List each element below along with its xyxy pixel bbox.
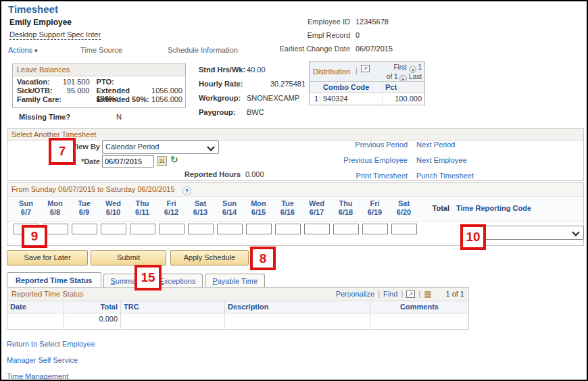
find-link[interactable]: Find [383, 290, 397, 298]
row-number-header [310, 82, 320, 93]
page-title: Timesheet [8, 3, 58, 15]
leave-value: 95.000 [63, 86, 90, 95]
actions-menu[interactable]: Actions▾ [8, 46, 38, 54]
job-title-link[interactable]: Desktop Support Spec Inter [9, 30, 101, 40]
pager-current: 1 [418, 63, 422, 71]
help-icon[interactable]: ? [182, 186, 191, 195]
day-hours-input[interactable] [101, 224, 126, 234]
leave-balance-row: Sick/OTB: 95.000 Extended 100%: 1056.000 [17, 86, 182, 95]
day-hours-input[interactable] [72, 224, 97, 234]
footer-links: Return to Select Employee Manager Self S… [7, 340, 95, 381]
distribution-box: Distribution | ↗ First ◀ 1 of 1 ▶ Last C… [309, 61, 425, 105]
pay-info-value: BWC [247, 108, 305, 122]
time-reporting-code-select[interactable] [475, 226, 584, 240]
day-header: Wed 6/10 [99, 197, 128, 221]
day-hours-input[interactable] [362, 224, 388, 234]
day-inputs [11, 222, 418, 245]
day-date: 6/16 [273, 208, 302, 217]
day-hours-input[interactable] [159, 224, 185, 234]
day-hours-input[interactable] [217, 224, 243, 234]
day-input-cell [128, 222, 157, 245]
distribution-pager: First ◀ 1 of 1 ▶ Last [387, 63, 422, 82]
day-header: Fri 6/19 [360, 197, 389, 221]
view-by-value: Calendar Period [103, 141, 218, 151]
day-header: Sat 6/13 [186, 197, 215, 221]
day-name: Sat [186, 199, 215, 208]
day-hours-input[interactable] [304, 224, 330, 234]
reported-time-column-headers: Date Total TRC Description Comments [7, 301, 468, 313]
day-hours-input[interactable] [333, 224, 359, 234]
pager-first-label: First [393, 63, 406, 71]
nav-link[interactable]: Next Period [416, 141, 455, 156]
save-for-later-button[interactable]: Save for Later [7, 250, 88, 265]
separator: | [356, 66, 358, 74]
day-hours-input[interactable] [391, 224, 417, 234]
schedule-information-label: Schedule Information [168, 46, 238, 54]
personalize-link[interactable]: Personalize [336, 290, 374, 298]
pager-prev-icon[interactable]: ◀ [409, 66, 416, 73]
description-column-header: Description [225, 301, 370, 313]
total-column-header: Total [418, 197, 449, 221]
day-name: Mon [41, 199, 70, 208]
view-by-select[interactable]: Calendar Period [102, 141, 219, 154]
day-date: 6/14 [215, 208, 244, 217]
comments-column-header: Comments [370, 301, 468, 313]
popup-window-icon[interactable]: ↗ [361, 65, 370, 72]
distribution-column-headers: Combo Code Pct [310, 81, 424, 93]
header-field-label: Earliest Change Date [245, 45, 350, 53]
reported-time-status-section: Reported Time Status Personalize | Find … [7, 287, 469, 330]
day-date: 6/15 [244, 208, 273, 217]
pay-info-row: Workgroup: SNONEXCAMP [199, 94, 305, 108]
pay-info-row: Paygroup: BWC [199, 108, 305, 122]
day-input-cell [360, 222, 389, 245]
apply-schedule-button[interactable]: Apply Schedule [170, 250, 249, 265]
separator: | [378, 290, 380, 298]
pager-last-label: Last [409, 73, 422, 80]
leave-balance-row: Vacation: 101.500 PTO: [17, 78, 182, 86]
combo-code-value: 940324 [320, 93, 383, 105]
day-date: 6/10 [99, 208, 128, 217]
day-name: Thu [331, 199, 360, 208]
tab-reported-time-status[interactable]: Reported Time Status [7, 272, 101, 287]
tab-payable-time[interactable]: Payable Time [205, 274, 265, 287]
nav-link[interactable]: Previous Employee [293, 156, 408, 172]
timesheet-grid-section: From Sunday 06/07/2015 to Saturday 06/20… [7, 182, 584, 246]
footer-link[interactable]: Manager Self Service [7, 356, 95, 364]
popup-window-icon[interactable]: ↗ [406, 290, 415, 298]
actions-label: Actions [8, 46, 32, 54]
day-header-row: Sun 6/7 Mon 6/8 Tue 6/9 Wed [7, 197, 583, 222]
day-header: Sun 6/14 [215, 197, 244, 221]
day-input-cell [302, 222, 331, 245]
pay-info-label: Hourly Rate: [199, 80, 247, 94]
submit-button[interactable]: Submit [91, 250, 166, 265]
distribution-table: Combo Code Pct 1 940324 100.000 [310, 81, 424, 105]
footer-link[interactable]: Return to Select Employee [7, 340, 95, 348]
grid-period-text: From Sunday 06/07/2015 to Saturday 06/20… [11, 185, 175, 193]
footer-link[interactable]: Time Management [7, 372, 95, 380]
day-hours-input[interactable] [130, 224, 155, 234]
day-hours-input[interactable] [246, 224, 272, 234]
day-header: Sat 6/20 [389, 197, 418, 221]
separator: | [418, 290, 420, 298]
nav-link-row: Previous Employee Next Employee [293, 156, 482, 172]
reported-time-status-title: Reported Time Status [11, 290, 83, 298]
day-name: Sat [389, 199, 418, 208]
date-input[interactable] [102, 155, 154, 168]
day-hours-input[interactable] [275, 224, 301, 234]
day-input-cell [273, 222, 302, 245]
download-grid-icon[interactable]: ▦ [424, 290, 431, 298]
employee-name: Emily Employee [9, 18, 72, 27]
day-input-cell [70, 222, 99, 245]
day-date: 6/7 [11, 208, 41, 217]
day-hours-input[interactable] [188, 224, 214, 234]
date-column-header: Date [7, 301, 64, 313]
select-another-timesheet-section: Select Another Timesheet *View By Calend… [7, 128, 584, 181]
nav-link[interactable]: Previous Period [293, 141, 408, 156]
tab-label: Reported Time Status [16, 276, 93, 284]
refresh-icon[interactable]: ↻ [170, 154, 178, 165]
day-header: Sun 6/7 [11, 197, 41, 221]
missing-time-label: Missing Time? [19, 113, 70, 121]
calendar-icon[interactable]: 31 [157, 156, 167, 166]
pay-info-value: SNONEXCAMP [247, 94, 305, 108]
nav-link[interactable]: Next Employee [416, 156, 467, 172]
